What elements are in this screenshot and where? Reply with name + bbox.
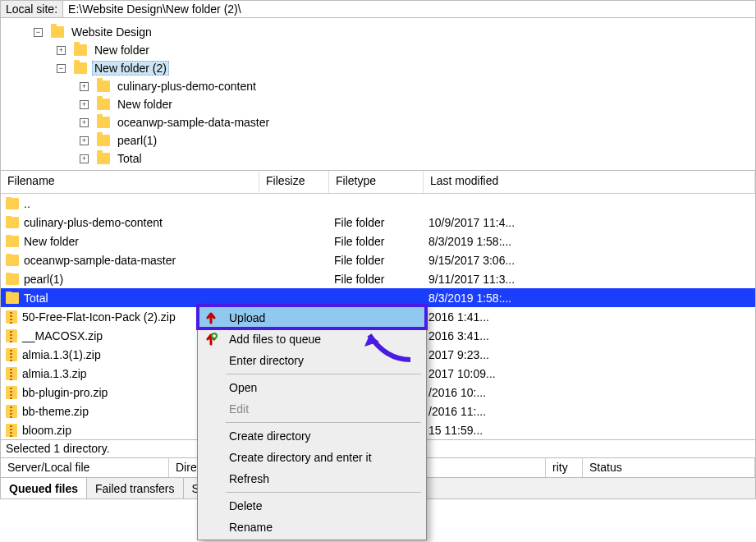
expand-icon[interactable]: + xyxy=(80,154,89,163)
expand-icon[interactable]: + xyxy=(80,100,89,109)
file-type: File folder xyxy=(329,216,424,229)
zip-icon xyxy=(6,367,17,380)
menu-refresh[interactable]: Refresh xyxy=(199,468,424,489)
menu-label: Open xyxy=(229,381,257,394)
local-site-path-bar: Local site: xyxy=(0,0,756,18)
col-priority[interactable]: rity xyxy=(546,458,583,477)
file-modified: 2016 1:41... xyxy=(424,310,755,324)
file-name: oceanwp-sample-data-master xyxy=(24,254,176,267)
file-modified: 2017 9:23... xyxy=(424,348,755,361)
file-row[interactable]: culinary-plus-demo-contentFile folder10/… xyxy=(1,213,755,232)
tree-item[interactable]: +culinary-plus-demo-content xyxy=(1,77,755,95)
menu-label: Create directory xyxy=(229,429,311,443)
tree-item[interactable]: −New folder (2) xyxy=(1,59,755,77)
expand-icon[interactable]: + xyxy=(80,82,89,91)
menu-label: Rename xyxy=(229,521,273,534)
col-filesize[interactable]: Filesize xyxy=(259,171,329,193)
expand-icon[interactable]: + xyxy=(80,118,89,127)
file-name: almia.1.3(1).zip xyxy=(22,348,101,361)
add-queue-icon xyxy=(204,333,218,346)
file-name: __MACOSX.zip xyxy=(22,329,103,342)
menu-delete[interactable]: Delete xyxy=(199,495,424,517)
menu-create-directory[interactable]: Create directory xyxy=(199,425,424,447)
file-row[interactable]: New folderFile folder8/3/2019 1:58:... xyxy=(1,232,755,250)
menu-rename[interactable]: Rename xyxy=(199,517,424,538)
file-modified: /2016 11:... xyxy=(424,405,755,418)
folder-icon xyxy=(97,80,110,92)
menu-separator xyxy=(226,422,421,423)
file-name: culinary-plus-demo-content xyxy=(24,216,163,229)
tree-item[interactable]: +New folder xyxy=(1,95,755,113)
folder-icon xyxy=(6,292,19,304)
folder-icon xyxy=(6,198,19,209)
file-list-header: Filename Filesize Filetype Last modified xyxy=(1,171,755,194)
tree-item-label: oceanwp-sample-data-master xyxy=(115,115,272,130)
tab-failed-transfers[interactable]: Failed transfers xyxy=(87,478,183,498)
folder-icon xyxy=(74,62,87,74)
file-modified: 2017 10:09... xyxy=(424,367,755,380)
file-name: pearl(1) xyxy=(24,273,63,286)
col-status[interactable]: Status xyxy=(583,458,755,477)
menu-create-directory-and-enter-it[interactable]: Create directory and enter it xyxy=(199,447,424,468)
zip-icon xyxy=(6,310,17,324)
menu-open[interactable]: Open xyxy=(199,377,424,398)
tree-item-label: New folder xyxy=(115,97,175,112)
file-row[interactable]: .. xyxy=(1,194,755,213)
file-name: New folder xyxy=(24,235,79,248)
zip-icon xyxy=(6,386,17,399)
tree-item-label: New folder (2) xyxy=(92,61,169,76)
menu-enter-directory[interactable]: Enter directory xyxy=(199,350,424,371)
file-modified: 10/9/2017 11:4... xyxy=(424,216,755,229)
tree-item[interactable]: +Total xyxy=(1,149,755,168)
expand-icon[interactable]: + xyxy=(57,46,66,55)
file-modified: 9/15/2017 3:06... xyxy=(424,254,755,267)
local-site-input[interactable] xyxy=(63,1,755,17)
tree-item-label: culinary-plus-demo-content xyxy=(115,79,259,94)
collapse-icon[interactable]: − xyxy=(57,64,66,73)
zip-icon xyxy=(6,405,17,418)
menu-edit: Edit xyxy=(199,398,424,420)
file-row[interactable]: pearl(1)File folder9/11/2017 11:3... xyxy=(1,269,755,288)
tree-item-label: Total xyxy=(115,151,144,166)
menu-label: Delete xyxy=(229,499,262,512)
local-site-label: Local site: xyxy=(1,1,63,17)
file-name: bb-plugin-pro.zip xyxy=(22,386,108,399)
menu-add-files-to-queue[interactable]: Add files to queue xyxy=(199,328,424,350)
menu-label: Enter directory xyxy=(229,354,304,367)
folder-tree[interactable]: −Website Design+New folder−New folder (2… xyxy=(0,18,756,170)
tree-item-label: pearl(1) xyxy=(115,133,159,148)
col-serverlocal[interactable]: Server/Local file xyxy=(1,458,169,477)
file-row[interactable]: oceanwp-sample-data-masterFile folder9/1… xyxy=(1,250,755,269)
file-type: File folder xyxy=(329,254,424,267)
menu-label: Refresh xyxy=(229,472,269,485)
folder-icon xyxy=(97,117,110,128)
tree-item[interactable]: −Website Design xyxy=(1,23,755,41)
folder-icon xyxy=(51,26,64,38)
menu-upload[interactable]: Upload xyxy=(199,307,424,328)
folder-icon xyxy=(6,273,19,285)
tab-queued-files[interactable]: Queued files xyxy=(1,478,87,498)
file-modified: 9/11/2017 11:3... xyxy=(424,273,755,286)
folder-icon xyxy=(97,153,110,164)
zip-icon xyxy=(6,329,17,342)
menu-separator xyxy=(226,374,421,374)
tree-item-label: Website Design xyxy=(69,25,154,39)
file-type: File folder xyxy=(329,273,424,286)
context-menu: UploadAdd files to queueEnter directoryO… xyxy=(197,305,427,540)
folder-icon xyxy=(97,135,110,146)
menu-label: Upload xyxy=(229,311,265,324)
tree-item[interactable]: +New folder xyxy=(1,41,755,59)
folder-icon xyxy=(6,236,19,247)
file-modified: 8/3/2019 1:58:... xyxy=(424,235,755,248)
menu-label: Create directory and enter it xyxy=(229,451,372,464)
col-lastmod[interactable]: Last modified xyxy=(424,171,755,193)
menu-label: Edit xyxy=(229,402,249,416)
collapse-icon[interactable]: − xyxy=(34,28,43,37)
col-filetype[interactable]: Filetype xyxy=(329,171,424,193)
menu-label: Add files to queue xyxy=(229,333,321,346)
col-filename[interactable]: Filename xyxy=(1,171,259,193)
file-name: bb-theme.zip xyxy=(22,405,89,418)
tree-item[interactable]: +pearl(1) xyxy=(1,131,755,149)
tree-item[interactable]: +oceanwp-sample-data-master xyxy=(1,113,755,131)
expand-icon[interactable]: + xyxy=(80,136,89,145)
